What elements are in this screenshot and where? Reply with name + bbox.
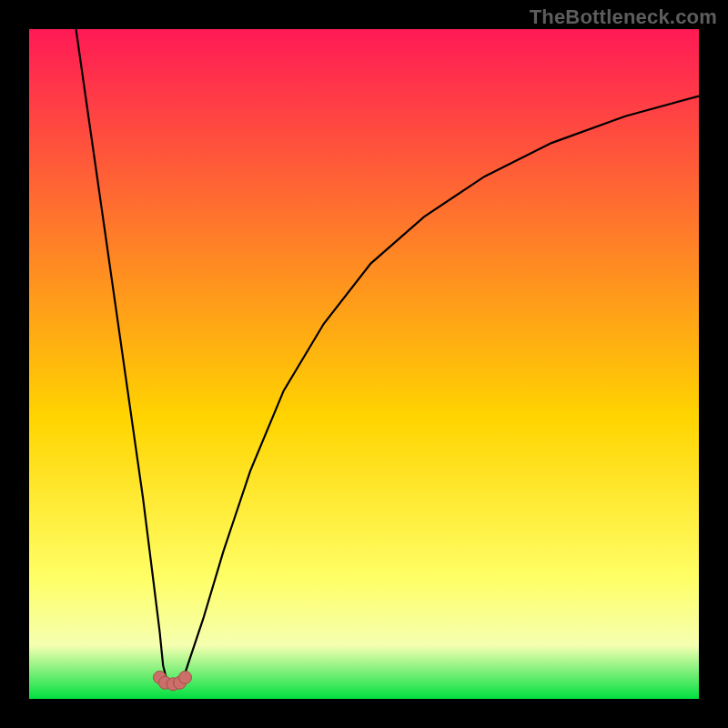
- optimum-marker-dot: [179, 671, 192, 683]
- plot-area: [29, 29, 699, 699]
- watermark-text: TheBottleneck.com: [530, 5, 717, 29]
- gradient-background: [29, 29, 699, 699]
- chart-canvas: [29, 29, 699, 699]
- chart-frame: TheBottleneck.com: [0, 0, 728, 728]
